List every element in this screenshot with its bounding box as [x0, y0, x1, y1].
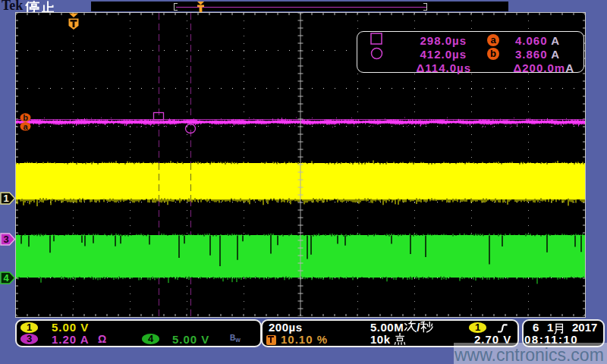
svg-text:a: a	[23, 122, 28, 131]
svg-text:b: b	[23, 113, 28, 122]
svg-text:4: 4	[3, 272, 9, 284]
svg-text:1: 1	[3, 193, 8, 204]
svg-text:3: 3	[3, 234, 8, 245]
